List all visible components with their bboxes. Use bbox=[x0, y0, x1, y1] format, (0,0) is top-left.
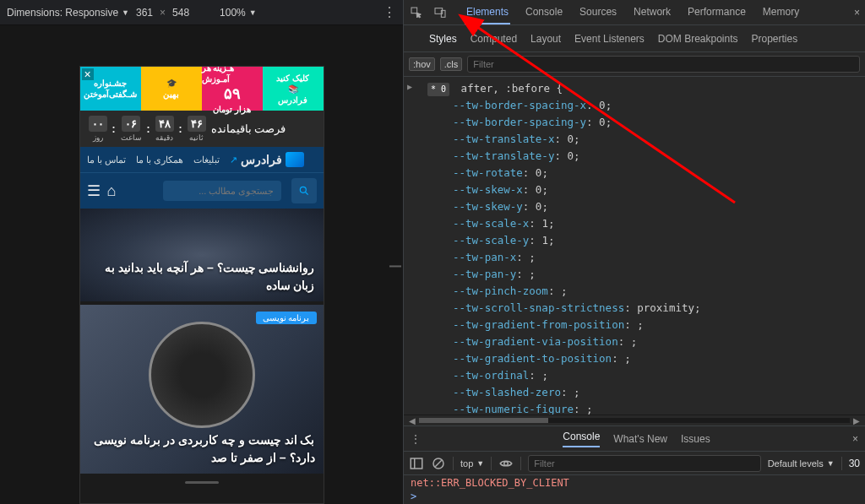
article-card-1[interactable]: روانشناسی چیست؟ – هر آنچه باید بدانید به… bbox=[80, 209, 324, 301]
tab-network[interactable]: Network bbox=[632, 1, 672, 24]
zoom-dropdown[interactable]: 100%▼ bbox=[220, 7, 257, 19]
viewport-width[interactable]: 361 bbox=[136, 7, 153, 19]
dimensions-dropdown[interactable]: Dimensions: Responsive▼ bbox=[7, 7, 129, 19]
device-toolbar: Dimensions: Responsive▼ 361 × 548 100%▼ … bbox=[0, 0, 403, 25]
css-declaration[interactable]: --tw-pinch-zoom: ; bbox=[411, 283, 858, 300]
subtab-computed[interactable]: Computed bbox=[471, 33, 517, 45]
external-link-icon: ↗ bbox=[230, 154, 237, 165]
devtools-toolbar: Elements Console Sources Network Perform… bbox=[404, 0, 865, 25]
devtools-close-icon[interactable]: × bbox=[854, 7, 860, 19]
banner-seg-2: 🎓بهین bbox=[141, 67, 202, 111]
scroll-left-icon[interactable]: ◀ bbox=[407, 416, 417, 425]
horizontal-scrollbar[interactable]: ◀ ▶ bbox=[404, 415, 865, 426]
css-declaration[interactable]: --tw-pan-x: ; bbox=[411, 249, 858, 266]
css-declaration[interactable]: --tw-translate-y: 0; bbox=[411, 148, 858, 165]
brand-logo[interactable]: فرادرس ↗ bbox=[230, 152, 304, 167]
nav-link-ads[interactable]: تبلیغات bbox=[193, 154, 220, 165]
drawer-tab-issues[interactable]: Issues bbox=[681, 433, 710, 445]
console-output: net::ERR_BLOCKED_BY_CLIENT > bbox=[404, 475, 865, 504]
tab-memory[interactable]: Memory bbox=[761, 1, 801, 24]
search-input[interactable] bbox=[163, 181, 281, 201]
console-context[interactable]: top ▼ bbox=[460, 458, 484, 469]
css-declaration[interactable]: --tw-gradient-from-position: ; bbox=[411, 317, 858, 333]
css-declaration[interactable]: --tw-border-spacing-y: 0; bbox=[411, 114, 858, 131]
clear-console-icon[interactable] bbox=[431, 456, 446, 471]
tab-elements[interactable]: Elements bbox=[465, 1, 510, 24]
viewport-height[interactable]: 548 bbox=[172, 7, 189, 19]
times-icon: × bbox=[160, 7, 166, 19]
tab-console[interactable]: Console bbox=[524, 1, 564, 24]
drawer-tab-console[interactable]: Console bbox=[563, 431, 600, 447]
expand-icon[interactable]: ▶ bbox=[407, 80, 412, 94]
drawer-menu-icon[interactable]: ⋮ bbox=[411, 433, 421, 445]
styles-subtabs: Styles Computed Layout Event Listeners D… bbox=[404, 25, 865, 52]
subtab-layout[interactable]: Layout bbox=[530, 33, 561, 45]
console-toolbar: top ▼ Default levels▼ 30 bbox=[404, 452, 865, 475]
log-levels-dropdown[interactable]: Default levels▼ bbox=[768, 458, 835, 469]
svg-point-9 bbox=[504, 461, 509, 465]
console-prompt[interactable]: > bbox=[411, 490, 858, 502]
countdown: فرصت باقیمانده ۴۶ثانیه : ۴۸دقیقه : ۰۶ساع… bbox=[80, 111, 324, 147]
mobile-preview: × جشـنوارهشـگفتی‌آموختن 🎓بهین هـزینه هر … bbox=[79, 66, 324, 504]
console-error-line[interactable]: net::ERR_BLOCKED_BY_CLIENT bbox=[411, 477, 858, 489]
drawer-close-icon[interactable]: × bbox=[852, 433, 858, 445]
banner-seg-4: کلیک کنید📚فرادرس bbox=[263, 67, 324, 111]
svg-line-8 bbox=[435, 460, 442, 467]
css-declaration[interactable]: --tw-border-spacing-x: 0; bbox=[411, 97, 858, 114]
specificity-badge: * 0 bbox=[427, 83, 449, 96]
issue-count[interactable]: 30 bbox=[849, 458, 860, 469]
nav-link-contact[interactable]: تماس با ما bbox=[87, 154, 126, 165]
svg-point-0 bbox=[300, 187, 306, 192]
css-declaration[interactable]: --tw-gradient-via-position: ; bbox=[411, 333, 858, 350]
tab-performance[interactable]: Performance bbox=[686, 1, 748, 24]
tab-sources[interactable]: Sources bbox=[578, 1, 618, 24]
subtab-eventlisteners[interactable]: Event Listeners bbox=[574, 33, 645, 45]
subtab-styles[interactable]: Styles bbox=[429, 33, 457, 45]
search-button[interactable] bbox=[291, 178, 317, 203]
article-tag[interactable]: برنامه نویسی bbox=[256, 312, 317, 324]
hov-toggle[interactable]: :hov bbox=[409, 57, 435, 71]
nav-link-collab[interactable]: همکاری با ما bbox=[136, 154, 183, 165]
styles-filter-row: :hov .cls bbox=[404, 52, 865, 77]
resize-handle-right[interactable]: || bbox=[389, 264, 403, 265]
promo-banner[interactable]: × جشـنوارهشـگفتی‌آموختن 🎓بهین هـزینه هر … bbox=[80, 67, 324, 111]
css-declaration[interactable]: --tw-pan-y: ; bbox=[411, 266, 858, 283]
css-rules-panel[interactable]: ▶ * 0 after, :before { --tw-border-spaci… bbox=[404, 77, 865, 415]
search-icon bbox=[298, 185, 310, 197]
css-declaration[interactable]: --tw-skew-x: 0; bbox=[411, 182, 858, 198]
article-title-2: بک اند چیست و چه کاربردی در برنامه نویسی… bbox=[89, 431, 315, 467]
css-declaration[interactable]: --tw-ordinal: ; bbox=[411, 367, 858, 384]
css-declaration[interactable]: --tw-gradient-to-position: ; bbox=[411, 350, 858, 367]
device-viewport: × جشـنوارهشـگفتی‌آموختن 🎓بهین هـزینه هر … bbox=[0, 25, 403, 504]
drawer-tab-whatsnew[interactable]: What's New bbox=[613, 433, 667, 445]
banner-close-icon[interactable]: × bbox=[82, 68, 94, 80]
cls-toggle[interactable]: .cls bbox=[440, 57, 463, 71]
article-title-1: روانشناسی چیست؟ – هر آنچه باید بدانید به… bbox=[89, 259, 315, 295]
css-declaration[interactable]: --tw-scale-y: 1; bbox=[411, 232, 858, 249]
css-declaration[interactable]: --tw-slashed-zero: ; bbox=[411, 384, 858, 401]
css-declaration[interactable]: --tw-scroll-snap-strictness: proximity; bbox=[411, 300, 858, 317]
banner-seg-3: هـزینه هر آمـوزش۵۹هزار تومان bbox=[202, 67, 263, 111]
css-declaration[interactable]: --tw-translate-x: 0; bbox=[411, 131, 858, 148]
scroll-right-icon[interactable]: ▶ bbox=[851, 416, 862, 425]
css-declaration[interactable]: --tw-scale-x: 1; bbox=[411, 215, 858, 232]
site-toolbar: ☰ ⌂ bbox=[80, 172, 324, 209]
site-navbar: فرادرس ↗ تبلیغات همکاری با ما تماس با ما bbox=[80, 147, 324, 172]
console-sidebar-icon[interactable] bbox=[409, 456, 424, 471]
inspect-element-icon[interactable] bbox=[409, 5, 424, 20]
hamburger-icon[interactable]: ☰ bbox=[87, 182, 101, 200]
article-card-2[interactable]: برنامه نویسی بک اند چیست و چه کاربردی در… bbox=[80, 305, 324, 474]
device-toggle-icon[interactable] bbox=[432, 5, 448, 20]
device-menu-icon[interactable]: ⋮ bbox=[383, 4, 396, 20]
css-declaration[interactable]: --tw-numeric-figure: ; bbox=[411, 401, 858, 415]
styles-filter-input[interactable] bbox=[467, 56, 860, 73]
subtab-properties[interactable]: Properties bbox=[752, 33, 798, 45]
live-expression-icon[interactable] bbox=[498, 456, 514, 471]
css-declaration[interactable]: --tw-skew-y: 0; bbox=[411, 198, 858, 215]
resize-handle-bottom[interactable] bbox=[80, 477, 324, 487]
css-declaration[interactable]: --tw-rotate: 0; bbox=[411, 165, 858, 182]
subtab-dombreakpoints[interactable]: DOM Breakpoints bbox=[658, 33, 738, 45]
home-icon[interactable]: ⌂ bbox=[107, 182, 117, 200]
drawer-tabs: ⋮ Console What's New Issues × bbox=[404, 426, 865, 452]
console-filter-input[interactable] bbox=[528, 455, 760, 472]
